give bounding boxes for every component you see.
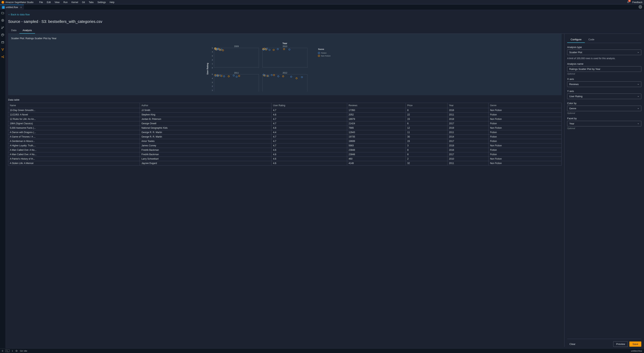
svg-text:4: 4 — [212, 78, 213, 79]
chevron-down-icon — [637, 108, 639, 110]
gear-icon[interactable] — [15, 350, 18, 352]
tab-code[interactable]: Code — [585, 36, 598, 43]
svg-point-65 — [221, 75, 222, 77]
folder-icon[interactable] — [1, 12, 4, 14]
optional-hint: Optional — [567, 72, 641, 75]
facet-by-select[interactable]: Year — [567, 121, 641, 126]
menu-kernel[interactable]: Kernel — [70, 1, 80, 4]
git-icon[interactable] — [1, 26, 4, 29]
table-row[interactable]: A Stolen Life: A MemoirJaycee Dugard4.64… — [8, 161, 562, 166]
notifications-button[interactable]: 4 — [627, 0, 630, 4]
svg-point-63 — [224, 76, 225, 77]
menu-view[interactable]: View — [53, 1, 62, 4]
col-header[interactable]: Name — [8, 103, 140, 108]
tab-analysis[interactable]: Analysis — [20, 27, 35, 34]
svg-point-0 — [640, 6, 641, 7]
menu-file[interactable]: File — [37, 1, 45, 4]
col-header[interactable]: Year — [447, 103, 488, 108]
table-row[interactable]: 11/22/63: A NovelStephen King4.620522220… — [8, 112, 562, 117]
svg-text:Non Fiction: Non Fiction — [321, 55, 330, 57]
chart-title: Scatter Plot: Ratings Scatter Plot by Ye… — [11, 37, 558, 40]
analysis-name-input[interactable] — [567, 66, 641, 72]
col-header[interactable]: Price — [406, 103, 447, 108]
table-row[interactable]: A Man Called Ove: A No...Fredrik Backman… — [8, 148, 562, 152]
analysis-type-select[interactable]: Scatter Plot — [567, 50, 641, 55]
git-status: Git: Idle — [20, 350, 27, 352]
svg-text:2010: 2010 — [282, 45, 287, 48]
table-row[interactable]: 5,000 Awesome Facts (...National Geograp… — [8, 126, 562, 130]
svg-point-11 — [3, 56, 4, 56]
notif-badge: 4 — [628, 0, 631, 2]
tab-configure[interactable]: Configure — [567, 36, 585, 43]
color-by-select[interactable]: Genre — [567, 106, 641, 111]
clear-button[interactable]: Clear — [567, 342, 578, 347]
palette-icon[interactable] — [1, 34, 4, 36]
svg-point-7 — [2, 48, 2, 49]
svg-point-82 — [282, 76, 284, 77]
feedback-link[interactable]: Feedback — [632, 1, 642, 4]
menu-tabs[interactable]: Tabs — [87, 1, 96, 4]
preview-button[interactable]: Preview — [613, 341, 628, 347]
table-row[interactable]: A Higher Loyalty: Truth,...James Comey4.… — [8, 144, 562, 148]
col-header[interactable]: Reviews — [347, 103, 406, 108]
brand: Amazon SageMaker Studio — [2, 1, 34, 4]
svg-text:Year: Year — [282, 42, 288, 45]
save-button[interactable]: Save — [630, 342, 641, 347]
col-header[interactable]: Genre — [488, 103, 562, 108]
data-table: NameAuthorUser RatingReviewsPriceYearGen… — [8, 103, 562, 347]
table-row[interactable]: A Game of Thrones / A ...George R. R. Ma… — [8, 135, 562, 139]
svg-text:User Rating: User Rating — [206, 63, 209, 74]
tabs-icon[interactable] — [1, 41, 4, 44]
x-axis-select[interactable]: Reviews — [567, 82, 641, 87]
optional-hint: Optional — [567, 112, 641, 114]
svg-rect-16 — [214, 48, 259, 68]
menu-git[interactable]: Git — [80, 1, 87, 4]
svg-text:1: 1 — [212, 63, 213, 65]
table-row[interactable]: 1984 (Signet Classics)George Orwell4.721… — [8, 122, 562, 126]
col-header[interactable]: User Rating — [272, 103, 347, 108]
gear-icon[interactable] — [638, 5, 642, 9]
flow-icon — [2, 6, 4, 9]
menu-help[interactable]: Help — [108, 1, 116, 4]
chevron-left-icon — [8, 14, 10, 16]
table-row[interactable]: A Gentleman in Mosco...Amor Towles4.7196… — [8, 139, 562, 144]
subtabs: Data Analysis — [8, 27, 641, 34]
svg-point-10 — [2, 57, 2, 57]
svg-rect-51 — [214, 74, 259, 92]
svg-text:2: 2 — [212, 85, 213, 87]
data-table-label: Data table — [8, 98, 562, 101]
svg-text:2009: 2009 — [234, 45, 239, 48]
stop-icon[interactable] — [1, 19, 4, 22]
status-one: 1 — [12, 350, 13, 352]
menu-run[interactable]: Run — [62, 1, 70, 4]
back-link[interactable]: Back to data flow — [8, 13, 641, 16]
scatter-chart: YearUser Rating2009012345201020110123452… — [11, 42, 558, 92]
svg-point-49 — [284, 48, 285, 50]
svg-point-59 — [236, 76, 238, 78]
svg-text:1: 1 — [212, 89, 213, 91]
file-tab[interactable]: untitled.flow × — [0, 4, 24, 10]
tabstrip: untitled.flow × — [0, 4, 644, 10]
y-axis-select[interactable]: User Rating — [567, 94, 641, 99]
svg-point-41 — [269, 49, 270, 51]
chart-card: Scatter Plot: Ratings Scatter Plot by Ye… — [8, 34, 562, 95]
table-row[interactable]: A Man Called Ove: A No...Fredrik Backman… — [8, 152, 562, 157]
analysis-type-label: Analysis type — [567, 46, 641, 48]
terminal-icon[interactable]: >_ — [6, 350, 10, 352]
pipeline-icon[interactable] — [1, 55, 4, 58]
close-icon[interactable]: × — [20, 6, 22, 9]
components-icon[interactable] — [1, 48, 4, 51]
svg-point-9 — [2, 50, 3, 51]
status-zero: 0 — [2, 350, 3, 352]
table-row[interactable]: 10-Day Green Smoothi...JJ Smith4.7173508… — [8, 108, 562, 112]
tab-data[interactable]: Data — [8, 27, 20, 34]
table-row[interactable]: A Dance with Dragons (...George R. R. Ma… — [8, 130, 562, 135]
table-row[interactable]: 12 Rules for Life: An An...Jordan B. Pet… — [8, 117, 562, 122]
svg-point-75 — [278, 76, 279, 77]
col-header[interactable]: Author — [140, 103, 272, 108]
svg-point-1 — [2, 19, 4, 22]
chevron-down-icon — [637, 83, 639, 85]
menu-edit[interactable]: Edit — [45, 1, 53, 4]
menu-settings[interactable]: Settings — [96, 1, 108, 4]
table-row[interactable]: A Patriot's History of th...Larry Schwei… — [8, 157, 562, 161]
